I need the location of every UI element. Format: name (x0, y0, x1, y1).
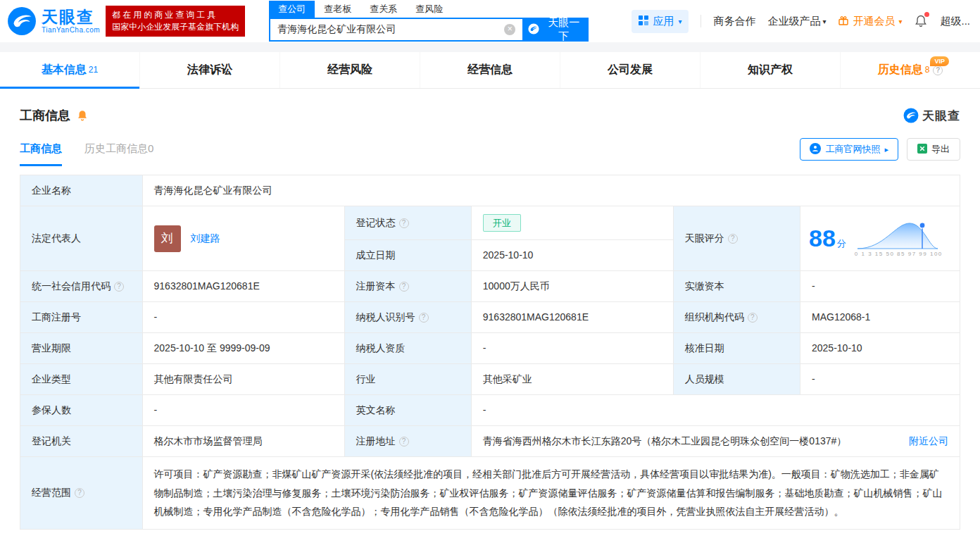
tyc-score-label-text: 天眼评分 (685, 232, 724, 244)
nearby-companies-link[interactable]: 附近公司 (909, 434, 948, 449)
search-button[interactable]: 天眼一下 (524, 18, 589, 42)
legal-rep-link[interactable]: 刘建路 (190, 232, 220, 243)
grid-icon (639, 15, 648, 27)
top-right-nav: 应用 ▾ 商务合作 企业级产品 ▾ 开通会员 ▾ 超级... (632, 10, 970, 33)
established-date-label: 成立日期 (344, 240, 471, 271)
search-input[interactable] (270, 24, 504, 35)
business-info-table: 企业名称 青海海化昆仑矿业有限公司 法定代表人 刘 刘建路 登记状态? 开业 天… (20, 175, 960, 530)
reg-authority-value: 格尔木市市场监督管理局 (142, 426, 344, 457)
main-content: 工商信息 天眼查 工商信息 历史工商信息0 工商官网快照 ▸ 导出 (0, 107, 980, 530)
taxpayer-quality-value: - (471, 333, 673, 364)
vip-upgrade-link[interactable]: 开通会员 ▾ (838, 15, 902, 28)
table-row: 统一社会信用代码? 91632801MAG120681E 注册资本? 10000… (20, 271, 960, 302)
slogan-line1: 都在用的商业查询工具 (112, 9, 239, 21)
tab-intellectual-property-label: 知识产权 (748, 63, 793, 77)
reg-address-label-text: 注册地址 (356, 435, 396, 447)
official-snapshot-label: 工商官网快照 (825, 143, 880, 156)
staff-size-label: 人员规模 (673, 364, 800, 395)
business-term-label: 营业期限 (20, 333, 143, 364)
legal-rep-avatar[interactable]: 刘 (154, 225, 181, 252)
help-icon[interactable]: ? (114, 282, 124, 292)
enterprise-products-menu[interactable]: 企业级产品 ▾ (767, 15, 826, 28)
approval-date-value: 2025-10-10 (800, 333, 960, 364)
subtab-business-info[interactable]: 工商信息 (20, 142, 62, 166)
search-tab-company[interactable]: 查公司 (269, 1, 315, 18)
help-icon[interactable]: ? (728, 234, 738, 244)
org-code-label-text: 组织机构代码 (685, 311, 744, 323)
company-name-value: 青海海化昆仑矿业有限公司 (142, 175, 960, 206)
table-row: 登记机关 格尔木市市场监督管理局 注册地址? 青海省海西州格尔木市长江东路20号… (20, 426, 960, 457)
tab-operation-risk-label: 经营风险 (327, 63, 372, 77)
industry-value: 其他采矿业 (471, 364, 673, 395)
score-unit: 分 (837, 238, 846, 249)
tab-company-development[interactable]: 公司发展 (560, 52, 700, 88)
english-name-value: - (471, 395, 960, 426)
tab-history-info[interactable]: VIP 历史信息 8 ? (840, 52, 980, 88)
table-row: 经营范围? 许可项目：矿产资源勘查；非煤矿山矿产资源开采(依法须经批准的项目，经… (20, 457, 960, 530)
clear-icon[interactable]: × (504, 24, 515, 35)
help-icon[interactable]: ? (399, 282, 409, 292)
tab-operation-risk[interactable]: 经营风险 (279, 52, 420, 88)
export-button[interactable]: 导出 (907, 138, 960, 161)
vip-upgrade-label: 开通会员 (853, 15, 895, 28)
search-tab-relation[interactable]: 查关系 (360, 1, 406, 18)
table-row: 法定代表人 刘 刘建路 登记状态? 开业 天眼评分? 88分 (20, 206, 960, 240)
slogan-line2: 国家中小企业发展子基金旗下机构 (112, 21, 239, 33)
tab-basic-info[interactable]: 基本信息 21 (0, 52, 139, 88)
subtab-row: 工商信息 历史工商信息0 工商官网快照 ▸ 导出 (20, 138, 960, 166)
search-tab-boss[interactable]: 查老板 (315, 1, 360, 18)
search-tab-risk[interactable]: 查风险 (406, 1, 452, 18)
notification-bell-icon[interactable] (914, 14, 928, 28)
help-icon[interactable]: ? (933, 65, 943, 75)
tab-legal-proceedings-label: 法律诉讼 (187, 63, 232, 77)
enterprise-products-label: 企业级产品 (767, 15, 820, 28)
tab-operation-info[interactable]: 经营信息 (420, 52, 560, 88)
tyc-score-cell: 88分 (800, 206, 960, 271)
help-icon[interactable]: ? (748, 313, 758, 323)
paid-capital-label: 实缴资本 (673, 271, 800, 302)
tianyancha-logo-icon (7, 6, 37, 36)
tianyancha-logo[interactable]: 天眼查 TianYanCha.com (7, 6, 100, 36)
reg-status-label-text: 登记状态 (356, 217, 396, 228)
search-button-label: 天眼一下 (543, 16, 584, 43)
tab-operation-info-label: 经营信息 (467, 63, 513, 77)
search-tabs: 查公司 查老板 查关系 查风险 (269, 1, 589, 18)
apps-menu[interactable]: 应用 ▾ (632, 10, 689, 33)
tab-company-development-label: 公司发展 (608, 63, 653, 77)
official-snapshot-button[interactable]: 工商官网快照 ▸ (800, 138, 898, 161)
business-term-value: 2025-10-10 至 9999-09-09 (142, 333, 344, 364)
section-title: 工商信息 (20, 107, 70, 124)
subtab-history-business-info[interactable]: 历史工商信息0 (84, 142, 153, 166)
business-scope-value: 许可项目：矿产资源勘查；非煤矿山矿产资源开采(依法须经批准的项目，经相关部门批准… (142, 457, 960, 530)
taxpayer-id-label-text: 纳税人识别号 (356, 311, 415, 323)
vip-badge: VIP (930, 56, 949, 66)
chevron-down-icon: ▾ (822, 18, 826, 25)
tab-history-info-label: 历史信息 (878, 63, 923, 77)
tab-legal-proceedings[interactable]: 法律诉讼 (139, 52, 279, 88)
chevron-down-icon: ▾ (898, 18, 902, 25)
score-distribution-chart: 0 1 3 15 50 85 97 99 100 (855, 219, 943, 258)
org-code-value: MAG12068-1 (800, 302, 960, 333)
tab-intellectual-property[interactable]: 知识产权 (700, 52, 840, 88)
help-icon[interactable]: ? (419, 313, 429, 323)
reg-status-value: 开业 (471, 206, 673, 240)
snapshot-camera-icon (810, 143, 821, 156)
table-row: 工商注册号 - 纳税人识别号? 91632801MAG120681E 组织机构代… (20, 302, 960, 333)
super-member-link[interactable]: 超级... (940, 15, 970, 28)
business-cooperation-link[interactable]: 商务合作 (713, 15, 755, 28)
table-row: 企业名称 青海海化昆仑矿业有限公司 (20, 175, 960, 206)
export-label: 导出 (931, 143, 950, 156)
help-icon[interactable]: ? (75, 488, 84, 498)
business-scope-label-text: 经营范围 (32, 487, 71, 498)
help-icon[interactable]: ? (399, 437, 409, 447)
credit-code-value: 91632801MAG120681E (142, 271, 344, 302)
help-icon[interactable]: ? (399, 218, 409, 228)
tab-history-info-count: 8 (925, 65, 930, 75)
reg-address-value: 青海省海西州格尔木市长江东路20号（格尔木工业园昆仑明珠众创空间一楼0137#） (483, 434, 898, 449)
subscribe-bell-icon[interactable] (76, 109, 89, 122)
taxpayer-id-value: 91632801MAG120681E (471, 302, 673, 333)
top-header: 天眼查 TianYanCha.com 都在用的商业查询工具 国家中小企业发展子基… (0, 0, 980, 42)
brand-name: 天眼查 (42, 8, 100, 25)
legal-rep-label: 法定代表人 (20, 206, 143, 271)
search-area: 查公司 查老板 查关系 查风险 × 天眼一下 (269, 1, 589, 42)
